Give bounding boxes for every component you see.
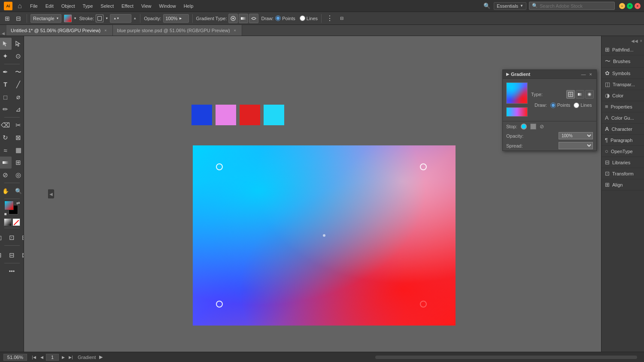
gp-points-radio[interactable]: [550, 103, 556, 108]
stroke-up-icon[interactable]: ▲: [133, 16, 137, 20]
panel-align[interactable]: ⊞ Align: [601, 179, 644, 190]
gt-linear-btn[interactable]: [239, 14, 248, 23]
search-stock[interactable]: 🔍: [529, 2, 615, 10]
close-button[interactable]: ×: [635, 3, 641, 9]
panel-symbols[interactable]: ✿ Symbols: [601, 68, 644, 79]
selection-tool[interactable]: [0, 38, 12, 50]
panel-character[interactable]: A Character: [601, 124, 644, 135]
screen-mode-2[interactable]: ⊟: [6, 249, 18, 261]
collapse-left-arrow[interactable]: ◀: [0, 31, 6, 36]
gradient-center-point[interactable]: [323, 234, 325, 237]
panel-brushes[interactable]: 〜 Brushes: [601, 55, 644, 68]
menu-edit[interactable]: Edit: [42, 2, 57, 10]
gradient-linear-preview[interactable]: [506, 107, 528, 117]
type-square-btn[interactable]: [566, 90, 575, 99]
draw-mode-behind[interactable]: ⊡: [6, 232, 18, 244]
tab-close-2[interactable]: ×: [233, 28, 237, 33]
stroke-chevron[interactable]: ▼: [105, 17, 108, 20]
fill-color-swatch[interactable]: [64, 15, 72, 22]
gp-lines-radio[interactable]: [574, 103, 579, 108]
shaper-tool[interactable]: ⊿: [12, 103, 24, 115]
screen-mode-1[interactable]: ⊞: [0, 249, 5, 261]
default-colors-icon[interactable]: ■: [4, 211, 7, 216]
more-tools-icon[interactable]: •••: [6, 265, 18, 277]
gradient-preview-swatch[interactable]: [4, 218, 12, 226]
rect-tool[interactable]: □: [0, 91, 12, 103]
gradient-point-br[interactable]: [420, 301, 427, 308]
panel-paragraph[interactable]: ¶ Paragraph: [601, 135, 644, 146]
panel-opentype[interactable]: ○ OpenType: [601, 146, 644, 157]
panel-transparency[interactable]: ◫ Transpar...: [601, 79, 644, 90]
lasso-tool[interactable]: ⊙: [12, 50, 24, 62]
paint-brush-tool[interactable]: ⌀: [12, 91, 24, 103]
screen-mode-3[interactable]: ⊠: [19, 249, 24, 261]
panel-libraries[interactable]: ⊟ Libraries: [601, 157, 644, 168]
warp-tool[interactable]: ≈: [0, 144, 12, 156]
panel-collapse-icon[interactable]: ◀◀: [631, 39, 638, 43]
gradient-spread-select[interactable]: PadReflectRepeat: [559, 142, 593, 149]
blend-tool[interactable]: ◎: [12, 169, 24, 181]
panel-pathfinder[interactable]: ⊞ Pathfind...: [601, 44, 644, 55]
tab-untitled[interactable]: Untitled-1* @ 51.06% (RGB/GPU Preview) ×: [6, 25, 113, 36]
menu-select[interactable]: Select: [97, 2, 117, 10]
menu-type[interactable]: Type: [79, 2, 97, 10]
menu-object[interactable]: Object: [58, 2, 79, 10]
stroke-color-swatch[interactable]: [96, 15, 103, 22]
search-stock-input[interactable]: [540, 3, 608, 9]
zoom-input[interactable]: 51.06%: [3, 354, 27, 361]
type-linear-btn[interactable]: [576, 90, 584, 99]
line-tool[interactable]: ╱: [12, 78, 24, 90]
none-swatch[interactable]: [12, 218, 20, 226]
gradient-stop-fill[interactable]: [530, 124, 536, 130]
menu-window[interactable]: Window: [156, 2, 179, 10]
stroke-width-dropdown[interactable]: ▲▼: [110, 14, 131, 23]
prev-page-btn[interactable]: ◀: [38, 354, 45, 361]
panel-color[interactable]: ◑ Color: [601, 90, 644, 101]
more-options-icon[interactable]: ⋮: [325, 14, 334, 23]
foreground-color-box[interactable]: [4, 201, 14, 210]
bar-chart-tool[interactable]: ▦: [12, 144, 24, 156]
eyedropper-tool[interactable]: ⊘: [0, 169, 12, 181]
gradient-point-tl[interactable]: [216, 163, 223, 170]
gradient-point-bl[interactable]: [216, 301, 223, 308]
pencil-tool[interactable]: ✏: [0, 103, 12, 115]
play-btn[interactable]: ▶: [99, 354, 103, 360]
opacity-dropdown[interactable]: 100% ▶: [163, 14, 189, 23]
type-radial-btn[interactable]: [585, 90, 594, 99]
shape-dropdown[interactable]: Rectangle ▼: [30, 14, 61, 23]
chevron-fill[interactable]: ▼: [73, 17, 76, 20]
gradient-point-tr[interactable]: [420, 163, 427, 170]
arrange-icon[interactable]: ⊞: [3, 14, 12, 23]
menu-help[interactable]: Help: [180, 2, 197, 10]
gradient-eyedropper-icon[interactable]: ⊘: [540, 124, 546, 130]
eraser-tool[interactable]: ⌫: [0, 119, 12, 131]
panel-transform[interactable]: ⊡ Transform: [601, 168, 644, 179]
next-page-btn[interactable]: ▶: [60, 354, 67, 361]
panel-close-icon[interactable]: ×: [640, 39, 642, 43]
scissors-tool[interactable]: ✂: [12, 119, 24, 131]
panel-properties[interactable]: ≡ Properties: [601, 101, 644, 112]
rotate-tool[interactable]: ↻: [0, 132, 12, 144]
collapse-left-handle[interactable]: ◀: [48, 190, 54, 199]
maximize-button[interactable]: +: [627, 3, 633, 9]
panel-color-guide[interactable]: A Color Gu...: [601, 112, 644, 124]
gp-draw-points[interactable]: Points: [550, 103, 571, 108]
gradient-opacity-select[interactable]: 100%75%50%25%0%: [559, 132, 593, 139]
horizontal-scrollbar[interactable]: [375, 356, 637, 359]
search-icon[interactable]: 🔍: [483, 3, 490, 9]
swatch-pink[interactable]: [216, 105, 236, 125]
minimize-button[interactable]: −: [619, 3, 625, 9]
first-page-btn[interactable]: |◀: [30, 354, 37, 361]
zoom-tool[interactable]: 🔍: [12, 185, 24, 197]
magic-wand-tool[interactable]: ✦: [0, 50, 12, 62]
page-number-input[interactable]: [46, 354, 59, 361]
type-tool[interactable]: T: [0, 78, 12, 90]
pen-tool[interactable]: ✒: [0, 66, 12, 78]
gradient-tool[interactable]: [0, 157, 12, 169]
align-icon[interactable]: ⊟: [337, 14, 346, 23]
gradient-stop-circle[interactable]: [521, 124, 527, 130]
swatch-blue[interactable]: [191, 105, 212, 125]
curvature-tool[interactable]: 〜: [12, 66, 24, 78]
workspace-selector[interactable]: Essentials ▼: [494, 2, 526, 10]
home-icon[interactable]: ⌂: [14, 0, 26, 12]
